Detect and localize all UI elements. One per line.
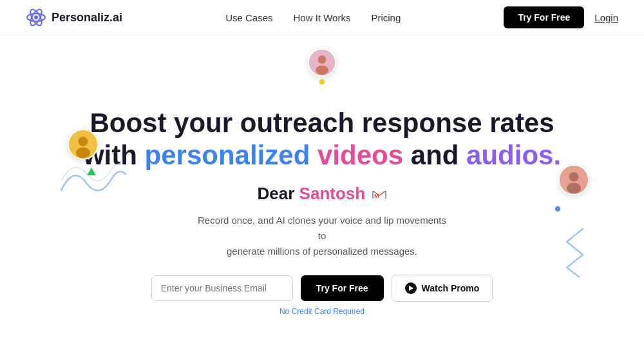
headline-videos: videos: [310, 140, 403, 170]
nav-pricing[interactable]: Pricing: [371, 12, 401, 23]
hero-headline: Boost your outreach response rates with …: [83, 107, 561, 172]
svg-text:M: M: [374, 193, 379, 199]
triangle-decoration: [87, 168, 96, 175]
dear-prefix: Dear: [258, 184, 299, 203]
watch-label: Watch Promo: [422, 283, 480, 293]
zigzag-decoration: [557, 226, 592, 277]
avatar-top-img: [309, 48, 335, 77]
gmail-icon: M: [372, 190, 386, 200]
cta-row: Try For Free Watch Promo: [151, 275, 493, 302]
headline-line2: with personalized videos and audios.: [83, 139, 561, 172]
dot-yellow: [319, 79, 325, 84]
hero-section: Boost your outreach response rates with …: [0, 35, 644, 316]
navbar: Personaliz.ai Use Cases How It Works Pri…: [0, 0, 644, 35]
nav-actions: Try For Free Login: [504, 6, 618, 28]
cta-watch-button[interactable]: Watch Promo: [392, 275, 493, 302]
logo-icon: [26, 7, 46, 28]
svg-point-8: [79, 137, 88, 146]
avatar-right: [558, 164, 589, 195]
dot-blue: [555, 206, 560, 211]
nav-use-cases[interactable]: Use Cases: [225, 12, 272, 23]
headline-audios: audios.: [466, 140, 561, 170]
hero-subtext: Record once, and AI clones your voice an…: [193, 213, 451, 259]
headline-personalized: personalized: [145, 140, 310, 170]
cta-try-button[interactable]: Try For Free: [301, 275, 384, 301]
headline-and: and: [403, 140, 466, 170]
logo[interactable]: Personaliz.ai: [26, 7, 122, 28]
svg-point-5: [318, 55, 327, 64]
svg-point-12: [567, 183, 581, 194]
nav-try-button[interactable]: Try For Free: [504, 6, 584, 28]
svg-point-6: [316, 66, 328, 75]
svg-point-9: [76, 148, 90, 159]
avatar-left: [68, 129, 99, 160]
svg-point-11: [569, 172, 579, 182]
play-icon: [405, 282, 417, 294]
no-credit-label: No Credit Card Required: [279, 307, 365, 316]
subtext-line1: Record once, and AI clones your voice an…: [198, 215, 446, 241]
subtext-line2: generate millions of personalized messag…: [227, 246, 417, 257]
svg-point-3: [34, 15, 38, 19]
brand-name: Personaliz.ai: [52, 11, 122, 25]
dear-line: Dear Santosh M: [258, 184, 387, 204]
email-input[interactable]: [151, 275, 293, 301]
wave-decoration: [58, 161, 129, 200]
nav-links: Use Cases How It Works Pricing: [225, 12, 401, 23]
dear-name: Santosh: [299, 184, 366, 203]
avatar-top: [308, 48, 336, 77]
nav-login-button[interactable]: Login: [594, 12, 618, 23]
headline-line1: Boost your outreach response rates: [90, 108, 554, 138]
nav-how-it-works[interactable]: How It Works: [294, 12, 351, 23]
